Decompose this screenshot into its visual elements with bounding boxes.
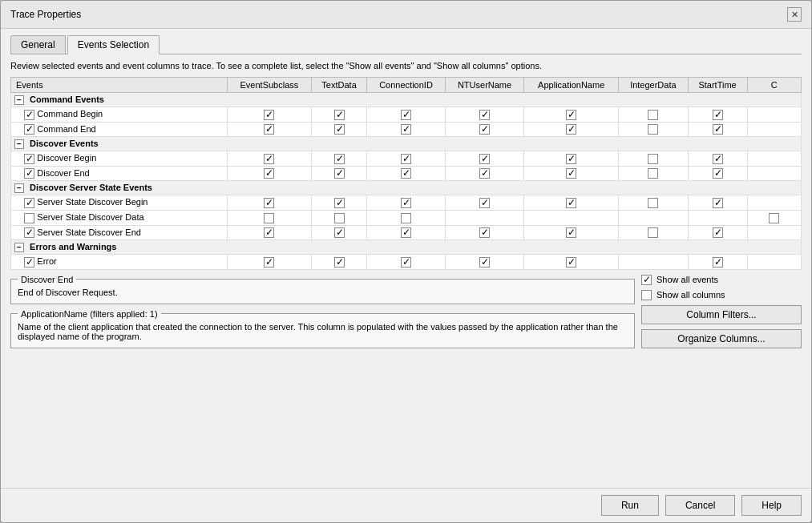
table-row: Command Begin [11,107,802,123]
check-cell[interactable] [688,195,747,211]
check-cell[interactable] [747,122,802,137]
check-cell[interactable] [311,255,366,270]
check-cell[interactable] [688,151,747,167]
check-cell[interactable] [445,210,523,225]
check-cell[interactable] [445,255,523,270]
check-cell[interactable] [747,210,802,225]
check-cell[interactable] [311,122,366,137]
check-cell[interactable] [747,255,802,270]
check-cell[interactable] [747,225,802,240]
col-header-starttime: StartTime [688,78,747,93]
tab-general[interactable]: General [10,35,66,54]
check-cell[interactable] [619,122,688,137]
check-cell[interactable] [688,210,747,225]
check-cell[interactable] [311,107,366,123]
group-expand-discover[interactable]: − [14,139,24,149]
check-cell[interactable] [445,166,523,181]
check-cell[interactable] [747,195,802,211]
row-check-ssde[interactable] [24,227,34,238]
check-cell[interactable] [445,107,523,123]
col-header-connectionid: ConnectionID [367,78,446,93]
run-button[interactable]: Run [601,495,659,516]
check-cell[interactable] [367,166,446,181]
check-cell[interactable] [227,122,311,137]
row-check-ssdd[interactable] [24,213,34,223]
check-cell[interactable] [311,210,366,225]
group-expand-server-state[interactable]: − [14,183,24,193]
check-cell[interactable] [445,225,523,240]
group-expand-errors[interactable]: − [14,243,24,252]
row-check-command-end[interactable] [24,124,34,135]
check-cell[interactable] [688,122,747,137]
event-name: Discover End [11,166,228,181]
check-cell[interactable] [524,195,619,211]
check-cell[interactable] [747,166,802,181]
check-cell[interactable] [367,122,446,137]
close-button[interactable]: ✕ [787,7,802,22]
check-cell[interactable] [747,107,802,123]
show-all-columns-checkbox[interactable] [641,290,652,300]
row-check-ssdb[interactable] [24,198,34,208]
check-cell[interactable] [367,151,446,167]
table-row: Discover Begin [11,151,802,167]
check-cell[interactable] [227,195,311,211]
check-cell[interactable] [619,225,688,240]
application-name-text: Name of the client application that crea… [18,322,618,341]
check-cell[interactable] [367,210,446,225]
row-check-discover-begin[interactable] [24,154,34,164]
check-cell[interactable] [311,166,366,181]
check-cell[interactable] [227,151,311,167]
check-cell[interactable] [227,107,311,123]
check-cell[interactable] [367,255,446,270]
help-button[interactable]: Help [741,495,802,516]
organize-columns-button[interactable]: Organize Columns... [641,329,802,348]
check-cell[interactable] [747,151,802,167]
check-cell[interactable] [445,195,523,211]
check-cell[interactable] [619,210,688,225]
table-header-row: Events EventSubclass TextData Connection… [11,78,802,93]
group-expand-command[interactable]: − [14,95,24,105]
check-cell[interactable] [619,107,688,123]
check-cell[interactable] [524,255,619,270]
application-name-box: ApplicationName (filters applied: 1) Nam… [10,309,635,348]
check-cell[interactable] [688,107,747,123]
tab-events-selection[interactable]: Events Selection [67,35,160,54]
check-cell[interactable] [524,166,619,181]
check-cell[interactable] [524,151,619,167]
row-check-discover-end[interactable] [24,168,34,179]
column-filters-button[interactable]: Column Filters... [641,305,802,324]
dialog-body: General Events Selection Review selected… [1,29,811,481]
check-cell[interactable] [311,195,366,211]
check-cell[interactable] [688,225,747,240]
trace-properties-dialog: Trace Properties ✕ General Events Select… [0,0,812,523]
row-check-command-begin[interactable] [24,110,34,120]
check-cell[interactable] [619,195,688,211]
check-cell[interactable] [227,225,311,240]
check-cell[interactable] [688,255,747,270]
dialog-title: Trace Properties [10,9,81,20]
check-cell[interactable] [524,107,619,123]
events-table-container[interactable]: Events EventSubclass TextData Connection… [10,77,802,270]
check-cell[interactable] [367,225,446,240]
check-cell[interactable] [445,151,523,167]
check-cell[interactable] [619,166,688,181]
check-cell[interactable] [524,210,619,225]
check-cell[interactable] [524,122,619,137]
check-cell[interactable] [367,195,446,211]
check-cell[interactable] [367,107,446,123]
check-cell[interactable] [311,151,366,167]
check-cell[interactable] [688,166,747,181]
check-cell[interactable] [227,210,311,225]
show-all-columns-row[interactable]: Show all columns [641,290,802,300]
check-cell[interactable] [311,225,366,240]
row-check-error[interactable] [24,257,34,268]
check-cell[interactable] [524,225,619,240]
show-all-events-row[interactable]: Show all events [641,275,802,285]
check-cell[interactable] [619,151,688,167]
check-cell[interactable] [227,166,311,181]
show-all-events-checkbox[interactable] [641,275,652,285]
check-cell[interactable] [445,122,523,137]
check-cell[interactable] [227,255,311,270]
cancel-button[interactable]: Cancel [665,495,735,516]
check-cell[interactable] [619,255,688,270]
